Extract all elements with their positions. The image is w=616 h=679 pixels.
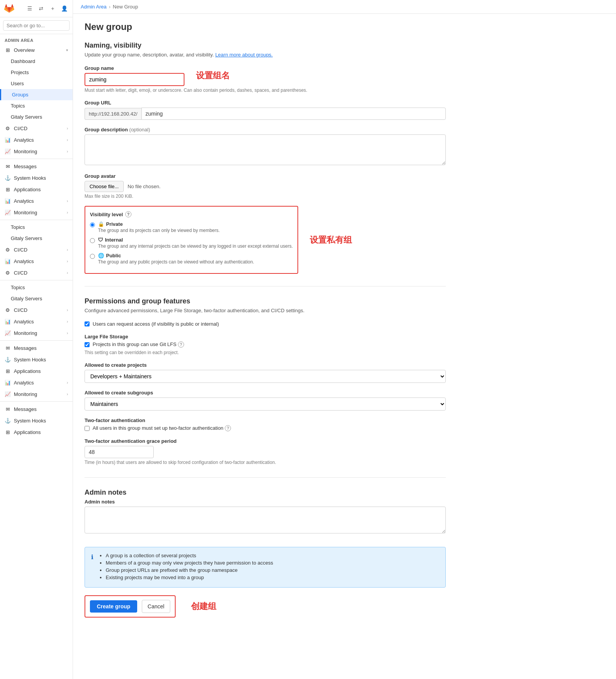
sidebar-item-hooks2[interactable]: ⚓ System Hooks bbox=[0, 354, 73, 365]
messages3-icon: ✉ bbox=[5, 406, 11, 412]
visibility-public-radio[interactable] bbox=[90, 254, 95, 259]
visibility-help-icon[interactable]: ? bbox=[125, 211, 131, 217]
info-icon: ℹ bbox=[91, 553, 93, 582]
section-divider-1 bbox=[85, 286, 446, 287]
add-icon[interactable]: + bbox=[48, 4, 57, 13]
search-input[interactable] bbox=[3, 20, 70, 31]
sidebar-item-cicd3[interactable]: ⚙ CI/CD › bbox=[0, 267, 73, 278]
breadcrumb-admin-link[interactable]: Admin Area bbox=[81, 4, 106, 10]
sidebar-item-analytics[interactable]: 📊 Analytics › bbox=[0, 134, 73, 146]
visibility-private-radio[interactable] bbox=[90, 222, 95, 227]
sidebar-item-monitoring3[interactable]: 📈 Monitoring › bbox=[0, 327, 73, 339]
user-avatar-icon[interactable]: 👤 bbox=[60, 4, 69, 13]
sidebar-item-cicd-label: CI/CD bbox=[14, 126, 27, 131]
sidebar-item-applications[interactable]: ⊞ Applications bbox=[0, 184, 73, 195]
naming-section-title: Naming, visibility bbox=[85, 41, 446, 50]
sidebar-item-analytics2[interactable]: 📊 Analytics › bbox=[0, 195, 73, 207]
sidebar-item-users[interactable]: Users bbox=[0, 78, 73, 89]
admin-notes-group: Admin notes bbox=[85, 499, 446, 535]
chevron-right-icon6: › bbox=[67, 248, 68, 252]
globe-icon: 🌐 bbox=[98, 253, 104, 258]
sidebar-item-monitoring[interactable]: 📈 Monitoring › bbox=[0, 146, 73, 157]
group-url-input[interactable] bbox=[141, 108, 446, 120]
visibility-group: Visibility level ? 🔒 Private The group a… bbox=[85, 206, 446, 274]
sidebar-item-dashboard-label: Dashboard bbox=[11, 58, 35, 64]
lfs-group: Large File Storage Projects in this grou… bbox=[85, 334, 446, 355]
permissions-section-desc: Configure advanced permissions, Large Fi… bbox=[85, 308, 446, 313]
sidebar-item-applications3[interactable]: ⊞ Applications bbox=[0, 426, 73, 438]
sidebar-item-gitaly-servers[interactable]: Gitaly Servers bbox=[0, 111, 73, 123]
learn-more-link[interactable]: Learn more about groups. bbox=[215, 52, 273, 58]
chinese-name-annotation: 设置组名 bbox=[196, 70, 230, 81]
visibility-private-content: 🔒 Private The group and its projects can… bbox=[98, 221, 220, 233]
sidebar-toggle-icon[interactable]: ☰ bbox=[25, 4, 34, 13]
sidebar-item-cicd4[interactable]: ⚙ CI/CD › bbox=[0, 304, 73, 316]
admin-notes-textarea[interactable] bbox=[85, 507, 446, 533]
group-desc-group: Group description (optional) bbox=[85, 127, 446, 166]
request-access-checkbox[interactable] bbox=[85, 321, 90, 326]
two-factor-checkbox[interactable] bbox=[85, 426, 90, 431]
sidebar-item-gitaly3[interactable]: Gitaly Servers bbox=[0, 293, 73, 304]
sidebar-item-cicd2[interactable]: ⚙ CI/CD › bbox=[0, 244, 73, 255]
choose-file-button[interactable]: Choose file... bbox=[85, 181, 124, 192]
merge-request-icon[interactable]: ⇄ bbox=[37, 4, 46, 13]
group-name-group: Group name 设置组名 Must start with letter, … bbox=[85, 65, 446, 93]
two-factor-group: Two-factor authentication All users in t… bbox=[85, 417, 446, 431]
sidebar-item-analytics3[interactable]: 📊 Analytics › bbox=[0, 255, 73, 267]
cancel-button[interactable]: Cancel bbox=[142, 600, 170, 613]
create-projects-select[interactable]: Developers + Maintainers bbox=[85, 370, 446, 383]
sidebar-item-gitaly2[interactable]: Gitaly Servers bbox=[0, 233, 73, 244]
lfs-help-icon[interactable]: ? bbox=[178, 341, 184, 348]
chevron-right-icon10: › bbox=[67, 320, 68, 324]
sidebar-item-analytics-label: Analytics bbox=[14, 137, 34, 143]
sidebar-search-container bbox=[0, 17, 73, 34]
group-name-input[interactable] bbox=[85, 73, 184, 86]
gitlab-logo[interactable] bbox=[4, 3, 15, 14]
sidebar-item-overview-label: Overview bbox=[14, 47, 35, 53]
group-url-row: http://192.168.200.42/ bbox=[85, 108, 446, 120]
sidebar-item-cicd[interactable]: ⚙ CI/CD › bbox=[0, 123, 73, 134]
group-url-label: Group URL bbox=[85, 100, 446, 106]
sidebar-item-projects-label: Projects bbox=[11, 70, 29, 75]
sidebar-item-messages2-label: Messages bbox=[14, 345, 37, 351]
lfs-checkbox[interactable] bbox=[85, 342, 90, 347]
sidebar-item-messages2[interactable]: ✉ Messages bbox=[0, 342, 73, 354]
sidebar-item-monitoring2[interactable]: 📈 Monitoring › bbox=[0, 207, 73, 218]
breadcrumb-separator: › bbox=[109, 4, 110, 10]
info-item-2: Members of a group may only view project… bbox=[106, 560, 273, 566]
sidebar-item-analytics4[interactable]: 📊 Analytics › bbox=[0, 316, 73, 327]
sidebar-item-topics3[interactable]: Topics bbox=[0, 282, 73, 293]
create-subgroups-select[interactable]: Maintainers bbox=[85, 397, 446, 411]
info-item-1: A group is a collection of several proje… bbox=[106, 553, 273, 558]
sidebar-item-groups[interactable]: Groups bbox=[0, 89, 73, 100]
group-desc-textarea[interactable] bbox=[85, 134, 446, 165]
lfs-checkbox-label: Projects in this group can use Git LFS ? bbox=[93, 341, 184, 348]
info-box: ℹ A group is a collection of several pro… bbox=[85, 547, 446, 588]
sidebar-item-topics2-label: Topics bbox=[11, 224, 25, 230]
visibility-internal-option: 🛡 Internal The group and any internal pr… bbox=[90, 237, 293, 249]
sidebar-item-messages3[interactable]: ✉ Messages bbox=[0, 403, 73, 415]
sidebar-item-monitoring4[interactable]: 📈 Monitoring › bbox=[0, 388, 73, 400]
sidebar-item-applications2[interactable]: ⊞ Applications bbox=[0, 365, 73, 377]
chevron-right-icon11: › bbox=[67, 331, 68, 335]
buttons-container: Create group Cancel 创建组 bbox=[85, 595, 446, 618]
sidebar-item-topics[interactable]: Topics bbox=[0, 100, 73, 111]
visibility-box: Visibility level ? 🔒 Private The group a… bbox=[85, 206, 298, 274]
visibility-internal-radio[interactable] bbox=[90, 238, 95, 243]
sidebar-divider-2 bbox=[0, 220, 73, 220]
sidebar-item-hooks3[interactable]: ⚓ System Hooks bbox=[0, 415, 73, 426]
sidebar-item-system-hooks[interactable]: ⚓ System Hooks bbox=[0, 172, 73, 184]
cicd-icon: ⚙ bbox=[5, 125, 11, 131]
create-group-button[interactable]: Create group bbox=[90, 600, 137, 613]
sidebar-item-dashboard[interactable]: Dashboard bbox=[0, 56, 73, 67]
sidebar-item-projects[interactable]: Projects bbox=[0, 67, 73, 78]
sidebar-item-overview[interactable]: ⊞ Overview ▾ bbox=[0, 44, 73, 56]
two-factor-grace-input[interactable] bbox=[85, 446, 154, 458]
sidebar-item-groups-label: Groups bbox=[12, 92, 28, 98]
sidebar-item-messages[interactable]: ✉ Messages bbox=[0, 161, 73, 172]
sidebar-item-topics2[interactable]: Topics bbox=[0, 222, 73, 233]
cicd4-icon: ⚙ bbox=[5, 307, 11, 313]
breadcrumb-current: New Group bbox=[113, 4, 138, 10]
sidebar-item-analytics5[interactable]: 📊 Analytics › bbox=[0, 377, 73, 388]
two-factor-help-icon[interactable]: ? bbox=[225, 425, 231, 431]
